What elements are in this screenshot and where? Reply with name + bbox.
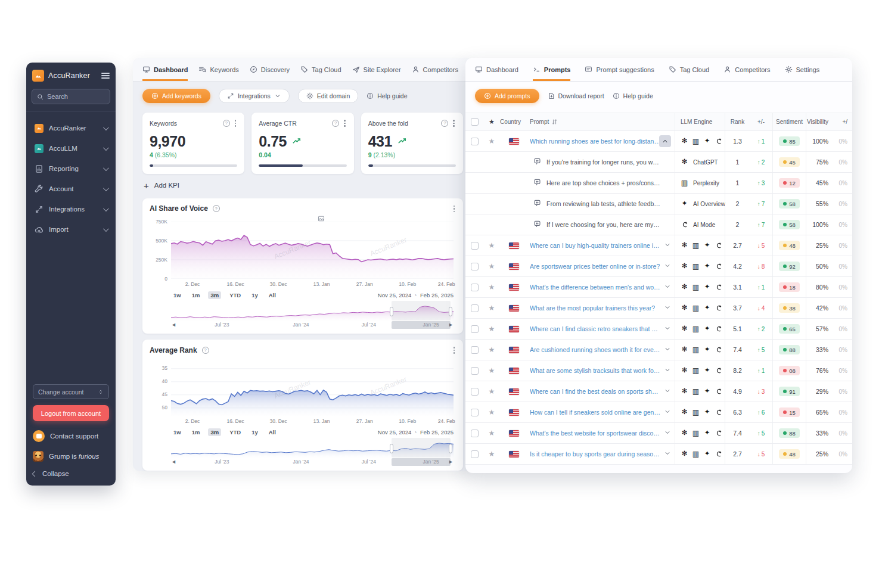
help-icon[interactable]: ? — [441, 120, 448, 127]
favorite-star-icon[interactable]: ★ — [489, 409, 495, 416]
navigator-handle-right[interactable] — [449, 444, 452, 453]
favorite-star-icon[interactable]: ★ — [489, 242, 495, 249]
tab-settings[interactable]: Settings — [785, 58, 820, 81]
expand-row-button[interactable] — [664, 344, 671, 355]
select-all-checkbox[interactable] — [471, 118, 479, 126]
sidebar-item-account[interactable]: Account — [32, 180, 110, 198]
row-checkbox[interactable] — [471, 388, 479, 396]
row-checkbox[interactable] — [471, 346, 479, 354]
prompt-link[interactable]: What's the best website for sportswear d… — [530, 430, 660, 437]
favorite-star-icon[interactable]: ★ — [489, 325, 495, 332]
integrations-button[interactable]: Integrations — [219, 89, 290, 103]
range-button-1w[interactable]: 1w — [171, 428, 184, 436]
prompt-link[interactable]: Are cushioned running shoes worth it for… — [530, 346, 660, 353]
range-button-ytd[interactable]: YTD — [227, 291, 243, 299]
row-checkbox[interactable] — [471, 263, 479, 270]
change-column-header[interactable]: +/- — [750, 113, 772, 130]
tab-dashboard[interactable]: Dashboard — [475, 58, 518, 81]
chart-plot-area[interactable]: 35404550AccuRankerAccuRanker — [171, 363, 454, 416]
navigator-scrollbar-thumb[interactable] — [392, 458, 451, 466]
collapse-row-button[interactable] — [659, 135, 671, 147]
star-column-header-icon[interactable]: ★ — [489, 119, 495, 125]
tab-discovery[interactable]: Discovery — [250, 58, 290, 81]
help-icon[interactable]: ? — [223, 120, 230, 127]
tab-keywords[interactable]: Keywords — [198, 58, 238, 81]
date-range[interactable]: Nov 25, 2024›Feb 25, 2025 — [378, 429, 454, 435]
favorite-star-icon[interactable]: ★ — [489, 138, 495, 145]
sidebar-item-accullm[interactable]: AccuLLM — [32, 139, 110, 157]
search-input[interactable]: Search — [32, 89, 110, 104]
range-button-1y[interactable]: 1y — [249, 428, 260, 436]
kebab-menu-icon[interactable] — [452, 346, 456, 355]
kebab-menu-icon[interactable] — [452, 119, 456, 128]
prompt-link[interactable]: Where can I find classic retro sneakers … — [530, 325, 660, 332]
logout-button[interactable]: Logout from account — [33, 405, 109, 421]
contact-support-link[interactable]: Contact support — [33, 430, 109, 442]
favorite-star-icon[interactable]: ★ — [489, 388, 495, 395]
sentiment-column-header[interactable]: Sentiment — [772, 113, 806, 130]
prompt-link[interactable]: What's the difference between men's and … — [530, 284, 660, 291]
add-keywords-button[interactable]: Add keywords — [142, 89, 210, 103]
prompt-link[interactable]: Where can I find the best deals on sport… — [530, 388, 660, 395]
hamburger-menu-icon[interactable] — [101, 73, 110, 79]
help-icon[interactable]: ? — [213, 205, 220, 212]
favorite-star-icon[interactable]: ★ — [489, 450, 495, 458]
range-button-ytd[interactable]: YTD — [227, 428, 243, 436]
tab-tag-cloud[interactable]: Tag Cloud — [669, 58, 710, 81]
navigator-scroll-right-icon[interactable]: ► — [448, 458, 454, 465]
navigator-selection[interactable] — [392, 301, 451, 321]
navigator-handle-left[interactable] — [390, 307, 393, 316]
download-report-button[interactable]: Download report — [548, 92, 604, 99]
navigator-handle-right[interactable] — [449, 307, 452, 316]
grump-status[interactable]: Grump is furious — [33, 451, 109, 462]
range-button-3m[interactable]: 3m — [208, 428, 221, 436]
navigator-handle-left[interactable] — [390, 444, 393, 453]
kebab-menu-icon[interactable] — [452, 204, 456, 214]
rank-column-header[interactable]: Rank — [725, 113, 750, 130]
tab-competitors[interactable]: Competitors — [412, 58, 458, 81]
kebab-menu-icon[interactable] — [343, 119, 347, 128]
row-checkbox[interactable] — [471, 409, 479, 416]
expand-row-button[interactable] — [664, 365, 671, 376]
add-prompts-button[interactable]: Add prompts — [475, 89, 539, 103]
expand-row-button[interactable] — [664, 240, 671, 251]
visibility-change-column-header[interactable]: +/ — [836, 113, 852, 130]
expand-row-button[interactable] — [664, 323, 671, 334]
help-icon[interactable]: ? — [332, 120, 339, 127]
kebab-menu-icon[interactable] — [234, 119, 238, 128]
prompt-link[interactable]: Which running shoes are best for long-di… — [530, 138, 660, 145]
tab-dashboard[interactable]: Dashboard — [142, 58, 188, 81]
range-button-1y[interactable]: 1y — [249, 291, 260, 299]
date-range[interactable]: Nov 25, 2024›Feb 25, 2025 — [378, 292, 454, 298]
add-kpi-button[interactable]: + Add KPI — [133, 174, 473, 192]
row-checkbox[interactable] — [471, 242, 479, 250]
expand-row-button[interactable] — [664, 386, 671, 397]
expand-row-button[interactable] — [664, 407, 671, 418]
range-button-1m[interactable]: 1m — [190, 428, 203, 436]
expand-row-button[interactable] — [664, 449, 671, 459]
prompt-link[interactable]: Where can I buy high-quality trainers on… — [530, 242, 660, 249]
expand-row-button[interactable] — [664, 303, 671, 313]
expand-row-button[interactable] — [664, 282, 671, 293]
visibility-column-header[interactable]: Visibility — [806, 113, 836, 130]
tab-site-explorer[interactable]: Site Explorer — [352, 58, 401, 81]
sidebar-item-integrations[interactable]: Integrations — [32, 200, 110, 218]
expand-row-button[interactable] — [664, 428, 671, 438]
row-checkbox[interactable] — [471, 284, 479, 291]
prompt-link[interactable]: What are the most popular trainers this … — [530, 304, 655, 312]
navigator-scroll-left-icon[interactable]: ◄ — [171, 458, 176, 465]
prompt-column-header[interactable]: Prompt — [527, 113, 675, 130]
change-account-select[interactable]: Change account — [33, 384, 109, 399]
help-guide-button[interactable]: Help guide — [613, 92, 653, 99]
range-button-1m[interactable]: 1m — [190, 291, 203, 299]
favorite-star-icon[interactable]: ★ — [489, 367, 495, 374]
navigator-scroll-right-icon[interactable]: ► — [448, 321, 454, 328]
row-checkbox[interactable] — [471, 325, 479, 333]
favorite-star-icon[interactable]: ★ — [489, 430, 495, 437]
range-button-3m[interactable]: 3m — [208, 291, 221, 299]
annotation-image-icon[interactable] — [318, 214, 325, 225]
expand-row-button[interactable] — [664, 261, 671, 272]
sort-icon[interactable] — [551, 119, 558, 125]
help-icon[interactable]: ? — [202, 347, 209, 354]
tab-prompt-suggestions[interactable]: Prompt suggestions — [585, 58, 654, 81]
